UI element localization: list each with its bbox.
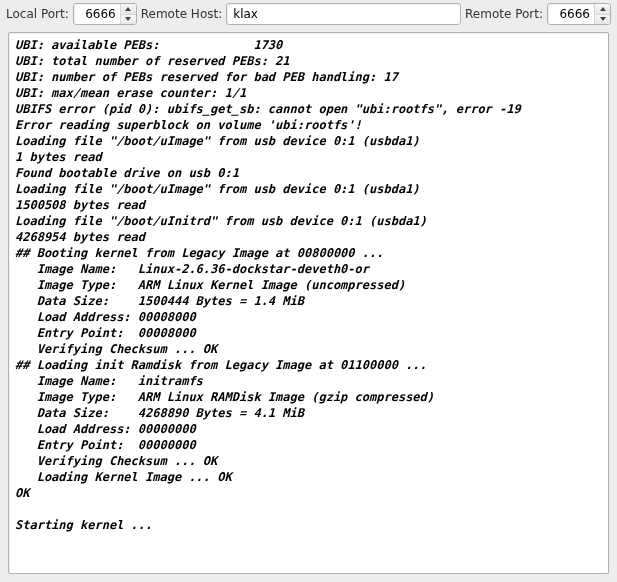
local-port-up-button[interactable] (121, 4, 136, 15)
remote-host-field[interactable] (226, 3, 461, 25)
chevron-up-icon (600, 7, 606, 11)
remote-port-label: Remote Port: (465, 7, 543, 21)
chevron-down-icon (125, 17, 131, 21)
remote-port-spinner[interactable] (547, 3, 611, 25)
chevron-up-icon (125, 7, 131, 11)
terminal-output[interactable]: UBI: available PEBs: 1730 UBI: total num… (9, 33, 608, 573)
local-port-stepper (120, 4, 136, 24)
local-port-spinner[interactable] (73, 3, 137, 25)
remote-port-down-button[interactable] (595, 15, 610, 25)
local-port-down-button[interactable] (121, 15, 136, 25)
connection-toolbar: Local Port: Remote Host: Remote Port: (0, 0, 617, 28)
chevron-down-icon (600, 17, 606, 21)
remote-host-input[interactable] (233, 7, 454, 21)
terminal-panel: UBI: available PEBs: 1730 UBI: total num… (8, 32, 609, 574)
remote-host-label: Remote Host: (141, 7, 222, 21)
remote-port-up-button[interactable] (595, 4, 610, 15)
local-port-label: Local Port: (6, 7, 69, 21)
remote-port-stepper (594, 4, 610, 24)
remote-port-input[interactable] (554, 4, 594, 24)
local-port-input[interactable] (80, 4, 120, 24)
